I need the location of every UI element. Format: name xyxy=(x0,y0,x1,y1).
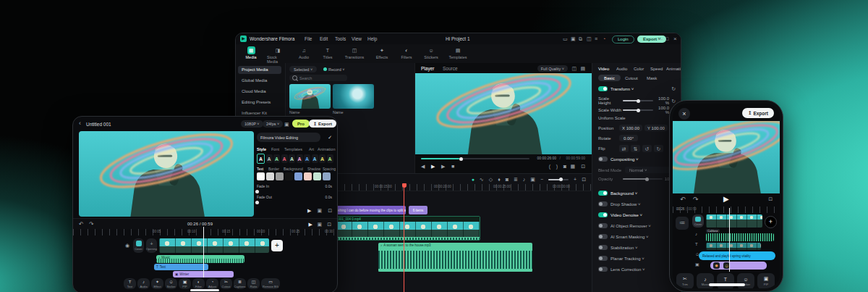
zoom-out-icon[interactable]: − xyxy=(540,177,543,182)
phone-export-button[interactable]: ↥ Export xyxy=(742,108,774,118)
position-y-field[interactable]: Y 100.00 xyxy=(644,125,668,131)
position-x-field[interactable]: X 100.00 xyxy=(619,125,642,131)
opening-tile[interactable]: + Opening xyxy=(146,238,157,253)
text-content-field[interactable]: Filmora Video Editing xyxy=(257,133,320,142)
tab-titles[interactable]: T Titles xyxy=(319,46,336,64)
record-voiceover-icon[interactable]: ● xyxy=(472,177,475,182)
tool-trim[interactable]: ✂Trim xyxy=(676,273,694,288)
menu-edit[interactable]: Edit xyxy=(320,36,328,41)
keyframe-icon[interactable]: ◇ xyxy=(489,177,493,182)
color-swatch[interactable] xyxy=(285,172,293,180)
timeline-playhead[interactable] xyxy=(404,184,404,292)
back-icon[interactable]: ‹ xyxy=(79,120,81,127)
compositing-toggle[interactable] xyxy=(598,157,608,162)
stop-icon[interactable]: ■ xyxy=(451,164,454,169)
tab-text[interactable]: Text xyxy=(257,167,263,171)
tool-adjust[interactable]: ◔Adjust xyxy=(206,278,218,289)
rail-pip-icon[interactable]: ▣ xyxy=(695,262,699,267)
record-dropdown[interactable]: Record ˅ xyxy=(323,66,344,72)
text-preset[interactable]: A xyxy=(327,154,333,163)
tab-transitions[interactable]: ◫ Transitions xyxy=(343,46,366,64)
tab-source[interactable]: Source xyxy=(443,66,458,71)
stabilization-toggle[interactable] xyxy=(598,245,608,250)
tab-filters[interactable]: ◐ Filters xyxy=(398,46,415,64)
tablet-text-clip[interactable]: T Text xyxy=(154,264,208,270)
mixer-icon[interactable]: ≣ xyxy=(514,177,518,182)
tool-filter[interactable]: ◐Filter xyxy=(192,278,205,289)
menu-tools[interactable]: Tools xyxy=(335,36,346,41)
color-swatch[interactable] xyxy=(276,172,284,180)
rail-text-icon[interactable]: T xyxy=(695,242,698,246)
fullscreen-icon[interactable]: ⊡ xyxy=(768,196,773,201)
reset-icon[interactable]: ↻ xyxy=(671,86,676,91)
tablet-music-clip[interactable]: ♪ Music xyxy=(156,255,244,263)
text-preset[interactable]: A xyxy=(266,154,273,163)
phone-sticker-clip[interactable]: ✹ ☺ xyxy=(710,262,767,270)
drop-shadow-toggle[interactable] xyxy=(598,201,608,207)
text-preset[interactable]: A xyxy=(304,154,310,163)
video-clip[interactable]: 20200703_001_004 0.mp4 xyxy=(319,216,480,241)
ai-smart-masking-toggle[interactable] xyxy=(598,234,608,239)
fit-timeline-icon[interactable]: ⊡ xyxy=(582,177,586,182)
caption-group-clip[interactable]: 6 items xyxy=(409,206,427,214)
close-icon[interactable]: × xyxy=(678,108,690,120)
layout-icon-4[interactable]: ◫ xyxy=(587,36,592,41)
text-preset[interactable]: A xyxy=(312,154,318,163)
tab-spacing[interactable]: Spacing xyxy=(323,167,336,171)
subtab-cutout[interactable]: Cutout xyxy=(625,76,638,80)
mark-out-icon[interactable]: ) xyxy=(556,164,558,169)
minimize-icon[interactable]: — xyxy=(658,36,663,41)
sidebar-item-project-media[interactable]: Project Media xyxy=(238,66,281,74)
text-preset[interactable]: A xyxy=(297,154,303,163)
tab-style[interactable]: Style xyxy=(257,147,266,151)
phone-video-clip[interactable] xyxy=(706,214,762,228)
sidebar-item-global-media[interactable]: Global Media xyxy=(242,78,267,83)
tab-templates[interactable]: ▤ Templates xyxy=(447,46,469,64)
text-preset[interactable]: A xyxy=(281,154,288,163)
redo-icon[interactable]: ↷ xyxy=(89,222,94,228)
cover-tile[interactable]: Cover xyxy=(133,238,144,253)
layout-icon-3[interactable]: ⧉ xyxy=(579,36,582,41)
tab-animation[interactable]: Animation xyxy=(318,147,335,151)
track-visibility-eye-icon[interactable]: ◉ xyxy=(125,243,129,248)
menu-help[interactable]: Help xyxy=(367,36,377,41)
mark-in-icon[interactable]: ( xyxy=(549,164,550,169)
rotate-field[interactable]: 0.00° xyxy=(619,135,638,141)
fullscreen-icon[interactable]: ⊡ xyxy=(581,164,585,169)
record-screen-icon[interactable]: ◔ xyxy=(603,36,605,41)
menu-file[interactable]: File xyxy=(305,36,312,41)
play-icon[interactable]: ▶ xyxy=(307,208,311,213)
tab-shadow[interactable]: Shadow xyxy=(307,167,320,171)
search-input[interactable]: Search xyxy=(289,75,347,81)
track-manager-icon[interactable]: ▣ xyxy=(530,177,535,182)
layout-icon[interactable]: ▣ xyxy=(284,122,289,127)
crop-icon[interactable]: ▦ xyxy=(570,164,575,169)
audio-stretch-icon[interactable]: ∿ xyxy=(480,177,484,182)
resolution-dropdown[interactable]: 1080P ˅ xyxy=(241,120,263,128)
audio-icon[interactable]: ♪ xyxy=(523,177,526,182)
layout-icon-2[interactable]: ▣ xyxy=(571,36,576,41)
snapshot-icon[interactable]: ◙ xyxy=(563,164,566,169)
redo-icon[interactable]: ↷ xyxy=(693,196,699,203)
color-swatch[interactable] xyxy=(294,172,302,180)
fullscreen-icon[interactable]: ⊡ xyxy=(328,208,332,213)
tablet-export-button[interactable]: ↥ Export xyxy=(309,120,336,128)
prop-tab-audio[interactable]: Audio xyxy=(616,67,627,71)
tool-pip[interactable]: ▣PIP xyxy=(179,278,191,289)
prop-tab-color[interactable]: Color xyxy=(634,67,644,71)
ai-object-remover-toggle[interactable] xyxy=(598,223,608,228)
text-preset[interactable]: A xyxy=(273,154,280,163)
tab-border[interactable]: Border xyxy=(268,167,279,171)
snapshot-icon[interactable]: ◙ xyxy=(506,177,509,182)
maximize-icon[interactable]: □ xyxy=(665,36,668,41)
phone-playhead[interactable] xyxy=(729,208,730,272)
progress-knob[interactable] xyxy=(459,157,463,161)
tab-background[interactable]: Background xyxy=(284,167,303,171)
tab-audio[interactable]: ♫ Audio xyxy=(295,46,312,64)
undo-icon[interactable]: ↶ xyxy=(79,222,84,228)
color-swatch[interactable] xyxy=(313,172,321,180)
media-item-video[interactable] xyxy=(289,84,331,109)
prop-tab-speed[interactable]: Speed xyxy=(650,67,663,71)
undo-icon[interactable]: ↶ xyxy=(680,196,686,203)
color-swatch[interactable] xyxy=(257,172,265,180)
